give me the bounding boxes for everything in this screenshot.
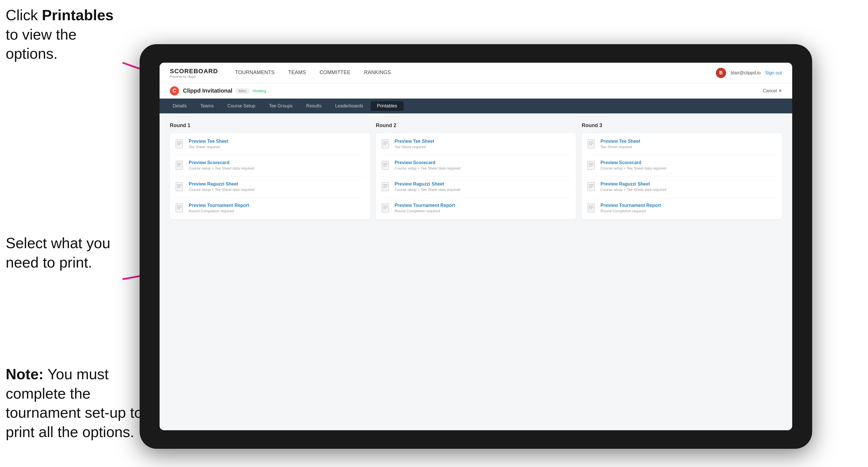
svg-rect-41 [589, 163, 593, 163]
tab-results[interactable]: Results [300, 101, 328, 111]
print-item-content: Preview Tournament Report Round Completi… [189, 203, 249, 213]
print-item-content: Preview Raguzzi Sheet Course setup + Tee… [395, 182, 461, 192]
svg-rect-43 [589, 166, 592, 166]
print-item-r2-1[interactable]: Preview Tee Sheet Tee Sheet required [381, 139, 570, 150]
svg-rect-51 [589, 209, 592, 209]
print-item-content: Preview Scorecard Course setup + Tee She… [189, 160, 254, 170]
round-1-card: Preview Tee Sheet Tee Sheet required Pre… [170, 133, 370, 219]
annotation-bottom: Note: You must complete the tournament s… [6, 365, 143, 442]
print-item-sub: Course setup + Tee Sheet data required [395, 187, 461, 192]
print-item-sub: Round Completion required [395, 209, 455, 213]
svg-rect-38 [589, 143, 593, 144]
print-item-sub: Course setup + Tee Sheet data required [189, 187, 254, 192]
tournament-badge: Men [236, 88, 249, 94]
document-icon [587, 182, 596, 192]
svg-rect-49 [589, 206, 593, 206]
document-icon [587, 161, 596, 171]
print-item-r1-2[interactable]: Preview Scorecard Course setup + Tee She… [176, 155, 365, 171]
print-item-r2-3[interactable]: Preview Raguzzi Sheet Course setup + Tee… [381, 176, 570, 192]
print-item-r2-2[interactable]: Preview Scorecard Course setup + Tee She… [381, 155, 570, 171]
round-2-title: Round 2 [376, 123, 576, 128]
svg-rect-46 [589, 186, 593, 186]
print-item-content: Preview Tournament Report Round Completi… [395, 203, 455, 213]
print-item-r1-3[interactable]: Preview Raguzzi Sheet Course setup + Tee… [176, 176, 365, 192]
svg-rect-14 [177, 186, 182, 186]
print-item-sub: Course setup + Tee Sheet data required [189, 166, 254, 170]
document-icon [381, 182, 391, 192]
svg-rect-17 [177, 206, 182, 206]
print-item-sub: Round Completion required [189, 209, 249, 213]
print-item-title: Preview Tournament Report [395, 203, 455, 208]
print-item-title: Preview Tee Sheet [395, 139, 434, 144]
tournament-status: Hosting [253, 89, 266, 93]
round-column-1: Round 1 Preview Tee Sheet Tee Sheet requ… [170, 123, 370, 219]
annotation-top: Click Printables to view the options. [6, 6, 125, 64]
print-item-title: Preview Raguzzi Sheet [395, 182, 461, 187]
svg-rect-45 [589, 184, 593, 185]
cancel-button[interactable]: Cancel ✕ [763, 88, 782, 93]
svg-rect-31 [383, 187, 386, 188]
svg-rect-13 [177, 184, 182, 185]
tab-course-setup[interactable]: Course Setup [221, 101, 261, 111]
print-item-title: Preview Tournament Report [600, 203, 661, 208]
document-icon [176, 182, 185, 192]
tab-teams[interactable]: Teams [194, 101, 220, 111]
svg-rect-27 [383, 166, 386, 166]
print-item-r2-4[interactable]: Preview Tournament Report Round Completi… [381, 197, 570, 214]
svg-rect-5 [177, 142, 182, 142]
print-item-title: Preview Scorecard [189, 160, 254, 165]
print-item-r3-3[interactable]: Preview Raguzzi Sheet Course setup + Tee… [587, 176, 776, 192]
print-item-content: Preview Scorecard Course setup + Tee She… [600, 160, 666, 170]
svg-rect-29 [383, 184, 388, 185]
print-item-title: Preview Tee Sheet [189, 139, 228, 144]
logo-sub: Powered by clippd [170, 75, 218, 79]
print-item-r1-4[interactable]: Preview Tournament Report Round Completi… [176, 197, 365, 214]
svg-rect-32 [382, 204, 389, 212]
tab-tee-groups[interactable]: Tee Groups [263, 101, 299, 111]
nav-teams[interactable]: TEAMS [288, 68, 306, 77]
nav-rankings[interactable]: RANKINGS [364, 68, 391, 77]
logo-title: SCOREBOARD [170, 67, 218, 75]
document-icon [176, 139, 185, 150]
top-nav-links: TOURNAMENTS TEAMS COMMITTEE RANKINGS [235, 68, 716, 77]
tab-leaderboards[interactable]: Leaderboards [329, 101, 370, 111]
svg-rect-36 [588, 139, 594, 148]
svg-rect-10 [177, 164, 182, 165]
print-item-r1-1[interactable]: Preview Tee Sheet Tee Sheet required [176, 139, 365, 150]
tournament-name: Clippd Invitational [183, 88, 232, 94]
print-item-content: Preview Raguzzi Sheet Course setup + Tee… [600, 182, 666, 192]
top-nav: SCOREBOARD Powered by clippd TOURNAMENTS… [160, 63, 792, 83]
svg-rect-7 [177, 145, 180, 145]
tablet-device: SCOREBOARD Powered by clippd TOURNAMENTS… [140, 44, 812, 449]
nav-tournaments[interactable]: TOURNAMENTS [235, 68, 275, 77]
print-item-r3-1[interactable]: Preview Tee Sheet Tee Sheet required [587, 139, 776, 150]
main-content: Round 1 Preview Tee Sheet Tee Sheet requ… [160, 114, 792, 430]
print-item-sub: Course setup + Tee Sheet data required [600, 166, 666, 170]
print-item-content: Preview Tee Sheet Tee Sheet required [395, 139, 434, 149]
document-icon [381, 161, 391, 171]
tab-details[interactable]: Details [166, 101, 193, 111]
svg-rect-44 [588, 182, 594, 191]
tab-printables[interactable]: Printables [371, 101, 404, 111]
tab-bar: Details Teams Course Setup Tee Groups Re… [160, 99, 792, 114]
print-item-content: Preview Scorecard Course setup + Tee She… [395, 160, 461, 170]
nav-committee[interactable]: COMMITTEE [320, 68, 350, 77]
tournament-logo: C [170, 86, 179, 95]
print-item-content: Preview Tournament Report Round Completi… [600, 203, 661, 213]
svg-rect-24 [382, 161, 389, 169]
print-item-r3-4[interactable]: Preview Tournament Report Round Completi… [587, 197, 776, 214]
rounds-container: Round 1 Preview Tee Sheet Tee Sheet requ… [170, 123, 782, 219]
document-icon [176, 161, 185, 171]
sign-out-link[interactable]: Sign out [765, 70, 782, 75]
print-item-content: Preview Tee Sheet Tee Sheet required [189, 139, 228, 149]
print-item-content: Preview Tee Sheet Tee Sheet required [600, 139, 640, 149]
svg-rect-23 [383, 145, 386, 145]
svg-rect-8 [176, 161, 183, 169]
document-icon [587, 204, 596, 214]
print-item-sub: Course setup + Tee Sheet data required [395, 166, 461, 170]
svg-rect-15 [177, 187, 180, 188]
print-item-r3-2[interactable]: Preview Scorecard Course setup + Tee She… [587, 155, 776, 171]
user-email: blair@clippd.io [731, 70, 761, 75]
print-item-title: Preview Scorecard [600, 160, 666, 165]
svg-rect-9 [177, 163, 182, 163]
